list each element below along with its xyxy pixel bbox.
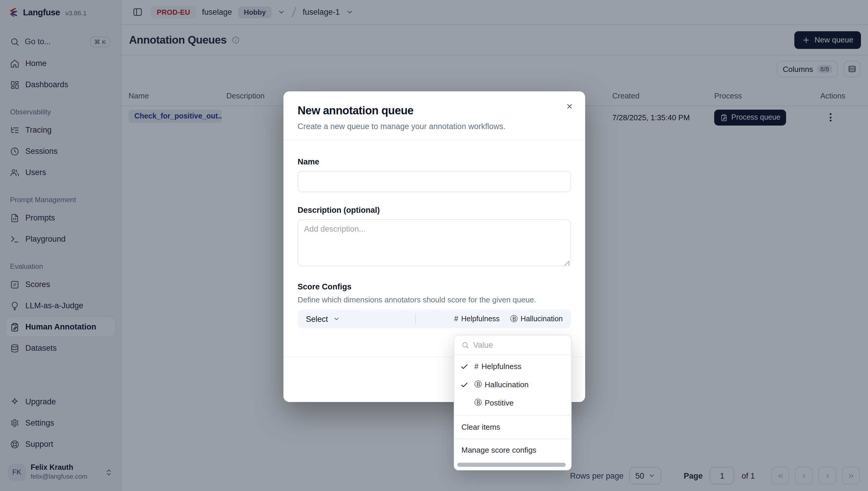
- selected-score-config: # Helpfulness: [454, 315, 500, 323]
- option-hallucination[interactable]: Ⓑ Hallucination: [454, 376, 571, 394]
- option-label: Helpfulness: [481, 362, 521, 371]
- score-configs-dropdown: # Helpfulness Ⓑ Hallucination Ⓑ Postitiv…: [454, 335, 572, 470]
- selected-score-config-label: Hallucination: [520, 315, 563, 323]
- modal-body: Name Description (optional) Score Config…: [283, 140, 585, 328]
- chevron-down-icon: [333, 315, 340, 322]
- selected-score-config: Ⓑ Hallucination: [510, 314, 563, 324]
- queue-name-input[interactable]: [298, 171, 571, 192]
- check-icon: [460, 363, 469, 371]
- queue-description-textarea[interactable]: [298, 219, 571, 266]
- check-placeholder: [460, 399, 469, 407]
- boolean-type-icon: Ⓑ: [474, 380, 482, 390]
- score-configs-help: Define which dimensions annotators shoul…: [298, 295, 571, 304]
- horizontal-scrollbar[interactable]: [457, 463, 566, 467]
- selected-score-config-label: Helpfulness: [461, 315, 500, 323]
- option-label: Postitive: [485, 399, 513, 408]
- option-label: Hallucination: [485, 380, 529, 389]
- dropdown-search-input[interactable]: [473, 340, 564, 349]
- name-field-label: Name: [298, 157, 571, 166]
- close-icon: [565, 102, 573, 110]
- description-field-label: Description (optional): [298, 206, 571, 214]
- numeric-type-icon: #: [454, 315, 458, 323]
- boolean-type-icon: Ⓑ: [474, 398, 482, 408]
- select-label: Select: [306, 315, 328, 323]
- clear-items-button[interactable]: Clear items: [454, 416, 571, 438]
- score-configs-select[interactable]: Select # Helpfulness Ⓑ Hallucination: [298, 310, 571, 328]
- check-icon: [460, 381, 469, 389]
- numeric-type-icon: #: [474, 363, 478, 371]
- option-helpfulness[interactable]: # Helpfulness: [454, 357, 571, 376]
- score-configs-label: Score Configs: [298, 282, 571, 291]
- modal-subtitle: Create a new queue to manage your annota…: [298, 122, 571, 131]
- selected-score-configs: # Helpfulness Ⓑ Hallucination: [416, 314, 563, 324]
- option-postitive[interactable]: Ⓑ Postitive: [454, 394, 571, 412]
- boolean-type-icon: Ⓑ: [510, 314, 518, 324]
- textarea-resize-handle[interactable]: [565, 261, 569, 266]
- close-button[interactable]: [563, 99, 576, 113]
- score-configs-select-trigger: Select: [306, 315, 340, 323]
- search-icon: [461, 341, 469, 349]
- screen: Langfuse v3.86.1 Go to... ⌘ K Home Dashb…: [0, 0, 868, 491]
- modal-title: New annotation queue: [298, 104, 571, 117]
- dropdown-options: # Helpfulness Ⓑ Hallucination Ⓑ Postitiv…: [454, 355, 571, 415]
- modal-header: New annotation queue Create a new queue …: [283, 91, 585, 140]
- dropdown-search[interactable]: [454, 336, 571, 355]
- manage-score-configs-button[interactable]: Manage score configs: [454, 439, 571, 462]
